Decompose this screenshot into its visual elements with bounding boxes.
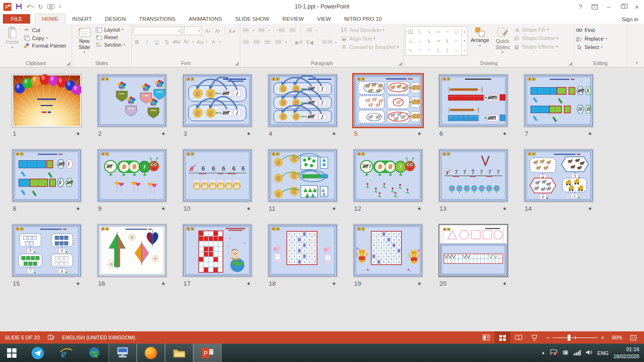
shape-rounded-rectangle-icon[interactable]: ▢ (454, 29, 459, 34)
slide-sorter-view-icon[interactable] (495, 331, 511, 344)
slide-thumbnail-13[interactable]: ۷777777 (438, 149, 508, 202)
taskbar-powerpoint-icon[interactable]: P (193, 344, 222, 362)
save-icon[interactable] (16, 3, 22, 10)
minimize-button[interactable]: – (602, 1, 616, 12)
network-signal-icon[interactable] (573, 349, 581, 357)
shape-arrow-icon[interactable]: ↘ (427, 29, 431, 34)
zoom-slider[interactable] (553, 331, 598, 344)
tab-review[interactable]: REVIEW (276, 14, 310, 24)
shapes-gallery[interactable]: A ╲ ↘ ▭ ○ ▢ △ ∟ ↳ ⇒ ⇓ ⌐ ∿ ◠ ~ { } (405, 26, 468, 56)
slide-thumbnail-10[interactable]: 666666 (182, 149, 252, 202)
shapes-scroll-up-icon[interactable]: ▲ (462, 27, 467, 36)
spellcheck-icon[interactable] (48, 334, 55, 341)
undo-icon[interactable]: ↶▾ (26, 4, 33, 10)
shape-fill-button[interactable]: Shape Fill▾ (513, 27, 558, 33)
bold-icon[interactable]: B (133, 38, 141, 46)
font-size-combo[interactable]: ▾ (184, 26, 202, 35)
shape-corner-icon[interactable]: ⌐ (455, 39, 458, 43)
slide-thumbnail-7[interactable] (524, 74, 594, 127)
start-button[interactable] (0, 344, 24, 362)
slide-thumbnail-20[interactable] (438, 224, 508, 277)
shape-oval-icon[interactable]: ○ (446, 29, 449, 34)
slide-thumbnail-19[interactable]: 143252534661254534266145245613 (353, 224, 423, 277)
close-button[interactable]: × (630, 1, 644, 12)
slide-thumbnail-17[interactable] (182, 224, 252, 277)
slide-thumbnail-4[interactable] (268, 74, 338, 127)
shape-effects-button[interactable]: Shape Effects▾ (513, 44, 558, 49)
align-right-icon[interactable] (264, 39, 272, 47)
show-hidden-icons-icon[interactable]: ▲ (541, 351, 545, 355)
slide-thumbnail-15[interactable]: 5676 (12, 224, 82, 277)
slide-thumbnail-11[interactable] (268, 149, 338, 202)
tray-clock[interactable]: 01:16 18/02/2020 (613, 346, 639, 360)
reset-button[interactable]: Reset (95, 34, 125, 40)
font-color-icon[interactable]: A (209, 38, 217, 46)
language-status[interactable]: ENGLISH (UNITED KINGDOM) (62, 335, 135, 340)
slide-thumbnail-1[interactable] (12, 74, 82, 127)
start-from-beginning-icon[interactable] (47, 4, 55, 10)
paragraph-dialog-launcher-icon[interactable] (398, 62, 402, 66)
tab-nitro-pro-10[interactable]: NITRO PRO 10 (338, 14, 388, 24)
shape-rectangle-icon[interactable]: ▭ (436, 29, 440, 34)
shape-line-icon[interactable]: ╲ (418, 29, 421, 34)
text-shadow-icon[interactable]: S (163, 38, 171, 46)
slide-thumbnail-18[interactable]: 251343425112563465125142663145 (268, 224, 338, 277)
shape-right-arrow-icon[interactable]: ⇒ (436, 39, 440, 43)
line-spacing-icon[interactable]: ↕ (305, 27, 313, 35)
tab-file[interactable]: FILE (3, 14, 30, 24)
ltr-text-icon[interactable]: ▶¶ (295, 39, 303, 47)
slide-thumbnail-3[interactable] (182, 74, 252, 127)
shapes-more-icon[interactable]: ≡ (462, 46, 467, 55)
numbering-icon[interactable] (257, 27, 265, 35)
tab-slide-show[interactable]: SLIDE SHOW (229, 14, 276, 24)
sign-in-link[interactable]: Sign in (622, 16, 638, 22)
taskbar-onscreen-keyboard-icon[interactable] (108, 344, 137, 362)
tab-design[interactable]: DESIGN (99, 14, 132, 24)
convert-smartart-button[interactable]: ⊞Convert to SmartArt▾ (340, 44, 399, 50)
normal-view-icon[interactable] (479, 331, 495, 344)
taskbar-file-explorer-icon[interactable] (165, 344, 193, 362)
shape-arc-icon[interactable]: ◠ (418, 48, 422, 53)
taskbar-telegram-icon[interactable] (24, 344, 52, 362)
decrease-font-size-icon[interactable]: A▾ (214, 27, 222, 35)
tab-home[interactable]: HOME (35, 14, 66, 24)
clipboard-dialog-launcher-icon[interactable] (66, 62, 70, 66)
tray-language[interactable]: ENG (597, 350, 609, 356)
slide-thumbnail-2[interactable] (97, 74, 167, 127)
layout-button[interactable]: Layout▾ (95, 27, 125, 33)
zoom-in-icon[interactable]: + (601, 334, 604, 341)
shape-elbow-arrow-icon[interactable]: ↳ (427, 39, 431, 43)
align-text-button[interactable]: ⬓Align Text▾ (340, 35, 399, 41)
clear-formatting-icon[interactable]: A◢ (228, 27, 236, 35)
slideshow-view-icon[interactable] (527, 331, 543, 344)
action-center-icon[interactable] (550, 349, 557, 357)
section-button[interactable]: Section▾ (95, 42, 125, 48)
shapes-scroll-down-icon[interactable]: ▼ (462, 36, 467, 46)
increase-indent-icon[interactable] (289, 27, 297, 35)
paste-button[interactable]: Paste▾ (1, 25, 23, 51)
shape-outline-button[interactable]: Shape Outline▾ (513, 35, 558, 41)
character-spacing-icon[interactable]: AV (182, 38, 190, 46)
shape-elbow-icon[interactable]: ∟ (417, 39, 422, 43)
slide-thumbnail-8[interactable] (12, 149, 82, 202)
cut-button[interactable]: ✂Cut (23, 27, 66, 33)
strikethrough-icon[interactable]: abc (173, 38, 181, 46)
ribbon-display-options-icon[interactable] (587, 1, 602, 12)
tab-view[interactable]: VIEW (310, 14, 337, 24)
taskbar-idm-icon[interactable] (80, 344, 108, 362)
font-dialog-launcher-icon[interactable] (235, 62, 239, 66)
slide-sorter-canvas[interactable]: 1★2★3★4★5★6★7★8★۶9★66666610★11★712★۷7777… (0, 67, 644, 331)
collapse-ribbon-icon[interactable]: ∧ (635, 60, 638, 65)
change-case-icon[interactable]: Aa (196, 38, 204, 46)
select-button[interactable]: Select▾ (576, 44, 607, 50)
slide-thumbnail-14[interactable]: 4564 (524, 149, 594, 202)
font-name-combo[interactable]: ▾ (133, 26, 182, 35)
zoom-percentage[interactable]: 60% (607, 335, 622, 340)
replace-button[interactable]: abacReplace▾ (576, 36, 607, 41)
shape-star-icon[interactable]: ☆ (454, 48, 459, 53)
fit-to-window-icon[interactable] (625, 331, 641, 344)
slide-thumbnail-9[interactable]: ۶ (97, 149, 167, 202)
slide-thumbnail-6[interactable] (438, 74, 508, 127)
restore-button[interactable] (616, 1, 630, 12)
text-direction-button[interactable]: ∥AText Direction▾ (340, 27, 399, 33)
